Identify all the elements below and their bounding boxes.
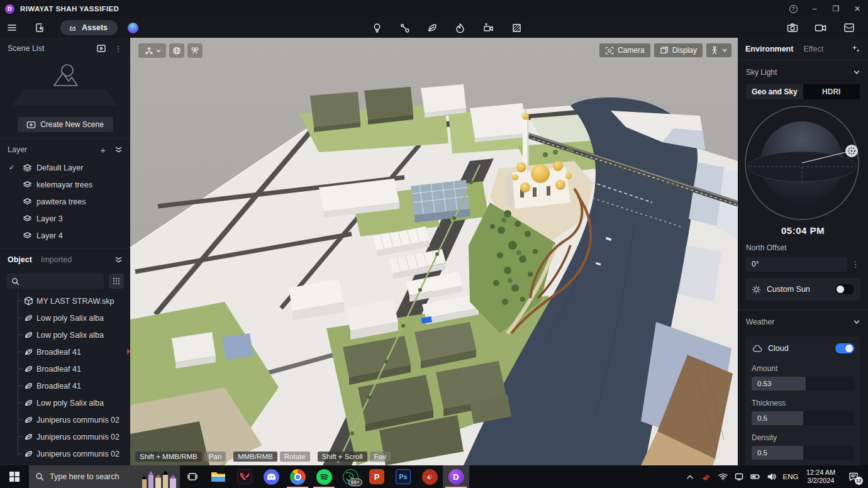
- display-cast-icon[interactable]: [732, 465, 746, 488]
- move-tool-button[interactable]: [138, 43, 166, 58]
- density-value: 0.5: [757, 446, 767, 460]
- discord-icon: [264, 469, 279, 485]
- scene-list-menu-button[interactable]: ⋮: [114, 44, 123, 53]
- chrome-icon: [290, 469, 306, 485]
- taskbar-app-file-explorer[interactable]: [205, 465, 231, 488]
- tree-item[interactable]: Juniperus communis 02: [0, 411, 130, 428]
- close-button[interactable]: ✕: [847, 0, 868, 18]
- taskbar-app-game[interactable]: [416, 465, 443, 488]
- tray-app-icon[interactable]: [699, 465, 713, 488]
- tree-item[interactable]: Low poly Salix alba: [0, 326, 130, 343]
- task-view-button[interactable]: [180, 465, 205, 488]
- north-offset-menu-button[interactable]: ⋮: [851, 260, 860, 269]
- tray-chevron-up-icon[interactable]: [683, 465, 697, 488]
- tree-item[interactable]: Broadleaf 41: [0, 377, 130, 394]
- tree-item[interactable]: Low poly Salix alba: [0, 309, 130, 326]
- walk-person-icon: [711, 46, 718, 55]
- custom-sun-toggle[interactable]: [835, 284, 854, 294]
- assets-button[interactable]: Assets: [60, 20, 118, 35]
- taskbar-app-spotify[interactable]: [311, 465, 337, 488]
- empty-scene-placeholder: [0, 59, 130, 114]
- tree-item[interactable]: MY LAST STRAW.skp: [0, 292, 130, 309]
- ai-sparkle-icon[interactable]: [851, 44, 860, 53]
- layer-row[interactable]: pawitera trees: [0, 193, 130, 210]
- thickness-slider[interactable]: 0.5: [752, 411, 854, 425]
- language-indicator[interactable]: ENG: [781, 473, 800, 480]
- hint-key: MMB/RMB: [233, 452, 277, 462]
- collapse-all-icon[interactable]: [114, 146, 123, 153]
- tree-item[interactable]: Broadleaf 41: [0, 360, 130, 377]
- tree-item[interactable]: Juniperus communis 02: [0, 428, 130, 445]
- color-orb-button[interactable]: [128, 23, 138, 33]
- menu-button[interactable]: [3, 19, 21, 36]
- walk-mode-button[interactable]: [706, 43, 732, 57]
- tab-effect[interactable]: Effect: [803, 45, 823, 53]
- add-layer-button[interactable]: +: [100, 145, 106, 155]
- tab-geo-and-sky[interactable]: Geo and Sky: [746, 84, 803, 99]
- title-bar: D RIWAYAT SHAH YASSIFIED ? – ❐ ✕: [0, 0, 868, 18]
- start-button[interactable]: [0, 465, 29, 488]
- amount-slider[interactable]: 0.53: [752, 377, 854, 391]
- clip-tool-button[interactable]: [187, 43, 203, 58]
- wifi-icon[interactable]: [716, 465, 730, 488]
- 3d-viewport[interactable]: Camera Display Shift + MMB/RMBPan MMB/RM…: [130, 38, 738, 465]
- camera-panel-button[interactable]: Camera: [599, 43, 650, 57]
- object-search-input[interactable]: [6, 274, 104, 289]
- speaker-icon[interactable]: [765, 465, 779, 488]
- layer-row[interactable]: kelemayar trees: [0, 176, 130, 193]
- game-app-icon: [422, 469, 438, 485]
- north-offset-input[interactable]: 0°: [746, 257, 847, 272]
- chevron-down-icon[interactable]: [854, 70, 860, 75]
- tree-item[interactable]: Broadleaf 41: [0, 343, 130, 360]
- light-tool-icon[interactable]: [371, 22, 383, 34]
- taskbar-app-d5-render[interactable]: D: [443, 465, 469, 488]
- density-slider[interactable]: 0.5: [752, 446, 854, 460]
- taskbar-app-photoshop[interactable]: Ps: [390, 465, 416, 488]
- taskbar-app-powerpoint[interactable]: P: [364, 465, 390, 488]
- taskbar-clock[interactable]: 12:24 AM 3/2/2024: [803, 469, 839, 485]
- particle-tool-icon[interactable]: [454, 22, 466, 34]
- layer-row[interactable]: ✓ Default Layer: [0, 159, 130, 176]
- display-panel-button[interactable]: Display: [654, 43, 703, 57]
- taskbar-app-valorant[interactable]: [231, 465, 258, 488]
- tab-imported[interactable]: Imported: [41, 255, 72, 264]
- scene-panel-expand-icon[interactable]: [96, 43, 106, 53]
- sun-handle[interactable]: [845, 145, 858, 157]
- battery-icon[interactable]: [748, 465, 762, 488]
- taskbar-app-chrome[interactable]: [284, 465, 311, 488]
- tree-item[interactable]: Low poly Salix alba: [0, 394, 130, 411]
- create-new-scene-button[interactable]: Create New Scene: [18, 117, 113, 132]
- taskbar-app-whatsapp[interactable]: 99+: [337, 465, 364, 488]
- render-queue-icon[interactable]: [843, 21, 855, 34]
- collapse-all-icon[interactable]: [114, 256, 123, 263]
- file-explorer-icon: [211, 470, 226, 483]
- taskbar-search-input[interactable]: Type here to search: [29, 465, 180, 488]
- layer-row[interactable]: Layer 4: [0, 227, 130, 244]
- layer-row[interactable]: Layer 3: [0, 210, 130, 227]
- chevron-down-icon[interactable]: [854, 319, 860, 324]
- restore-button[interactable]: ❐: [825, 0, 847, 18]
- tab-hdri[interactable]: HDRI: [803, 84, 860, 99]
- minimize-button[interactable]: –: [804, 0, 825, 18]
- foliage-tool-icon[interactable]: [426, 22, 438, 34]
- notification-center-button[interactable]: 12: [842, 465, 865, 488]
- photo-camera-icon[interactable]: [786, 21, 799, 34]
- material-tool-icon[interactable]: [511, 22, 523, 34]
- layers-icon: [23, 197, 32, 206]
- sun-time-value[interactable]: 05:04 PM: [738, 225, 868, 236]
- animation-camera-tool-icon[interactable]: [482, 22, 495, 34]
- globe-tool-button[interactable]: [169, 43, 184, 58]
- taskbar-app-discord[interactable]: [258, 465, 284, 488]
- cloud-toggle[interactable]: [835, 343, 854, 353]
- help-button[interactable]: ?: [782, 0, 804, 18]
- object-grid-view-button[interactable]: [109, 274, 124, 289]
- tab-object[interactable]: Object: [8, 255, 32, 264]
- cloud-settings-card: Cloud Amount 0.53 Thickness 0.5 Density …: [745, 336, 860, 465]
- video-camera-icon[interactable]: [814, 21, 828, 34]
- tab-environment[interactable]: Environment: [745, 45, 793, 53]
- tree-item[interactable]: Juniperus communis 02: [0, 445, 130, 462]
- path-tool-icon[interactable]: [399, 22, 411, 34]
- import-model-button[interactable]: [30, 19, 49, 36]
- sun-position-widget[interactable]: [738, 102, 868, 226]
- plant-leaf-icon: [24, 415, 33, 424]
